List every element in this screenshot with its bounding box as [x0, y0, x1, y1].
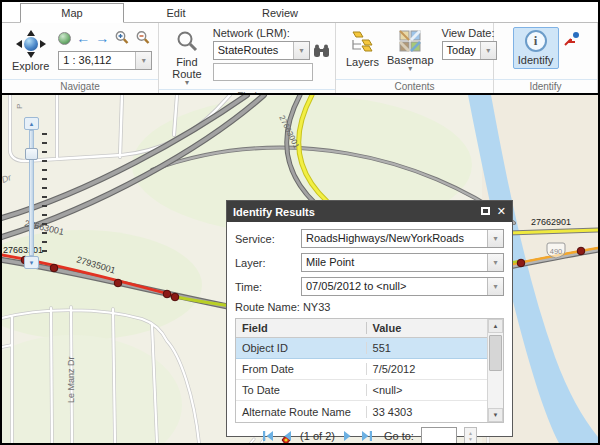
- identify-button[interactable]: i Identify: [513, 27, 559, 69]
- chevron-down-icon[interactable]: ▾: [487, 230, 503, 247]
- next-page-icon[interactable]: [342, 430, 353, 442]
- next-extent-icon[interactable]: →: [95, 31, 109, 45]
- tab-edit[interactable]: Edit: [124, 3, 228, 23]
- cell-value: 7/5/2012: [367, 363, 487, 375]
- layer-value: Mile Point: [302, 254, 487, 271]
- find-route-button[interactable]: Find Route ▾: [165, 27, 209, 89]
- explore-button[interactable]: Explore: [8, 27, 53, 75]
- slider-zoom-out-button[interactable]: ▼: [24, 256, 39, 269]
- chevron-down-icon[interactable]: ▾: [135, 52, 151, 69]
- network-lrm-label: Network (LRM):: [213, 27, 330, 39]
- route-input-field[interactable]: [213, 63, 313, 81]
- cell-field: Alternate Route Name: [236, 406, 367, 418]
- chevron-down-icon: ▾: [408, 66, 412, 72]
- route-name-value: NY33: [303, 301, 331, 313]
- street-label-lemanz: Le Manz Dr: [66, 356, 76, 403]
- table-scrollbar[interactable]: ▲ ▼: [487, 319, 503, 422]
- previous-page-icon[interactable]: [282, 430, 293, 442]
- view-date-value: Today: [443, 42, 480, 59]
- find-route-label: Find Route: [169, 56, 205, 80]
- cell-field: From Date: [236, 363, 367, 375]
- group-identify: i Identify Identify: [494, 23, 598, 93]
- chevron-down-icon[interactable]: ▾: [293, 42, 309, 59]
- table-row[interactable]: From Date 7/5/2012: [236, 359, 487, 380]
- group-label-navigate: Navigate: [2, 79, 158, 93]
- identify-icon: i: [525, 30, 547, 52]
- map-scale-value: 1 : 36,112: [59, 52, 135, 69]
- dialog-title: Identify Results: [233, 206, 474, 218]
- map-viewport[interactable]: 490 27663001 27663101 27935001 27662901 …: [2, 93, 598, 443]
- chevron-down-icon[interactable]: ▾: [487, 254, 503, 271]
- map-zoom-slider[interactable]: ▲ ▼: [24, 117, 39, 269]
- table-header-row: Field Value: [236, 319, 487, 338]
- network-combobox[interactable]: StateRoutes ▾: [213, 41, 310, 60]
- scroll-down-icon[interactable]: ▼: [488, 408, 503, 422]
- scrollbar-thumb[interactable]: [489, 335, 502, 371]
- cell-value: 551: [367, 342, 487, 354]
- goto-label: Go to:: [384, 430, 414, 442]
- shield-number: 490: [550, 247, 563, 256]
- service-combobox[interactable]: RoadsHighways/NewYorkRoads ▾: [301, 229, 504, 248]
- binoculars-icon[interactable]: [313, 44, 330, 58]
- table-row[interactable]: Object ID 551: [236, 338, 487, 359]
- group-find: Find Route ▾ Network (LRM): StateRoutes …: [159, 23, 336, 93]
- identify-results-dialog: Identify Results ✕ Service: RoadsHighway…: [226, 200, 513, 437]
- tab-review[interactable]: Review: [228, 3, 332, 23]
- scroll-up-icon[interactable]: ▲: [488, 319, 503, 333]
- table-row[interactable]: Alternate Route Name 33 4303: [236, 401, 487, 422]
- identify-route-locations-icon[interactable]: [563, 31, 580, 48]
- route-id-label: 27662901: [531, 217, 571, 227]
- close-icon[interactable]: ✕: [497, 206, 506, 217]
- table-row[interactable]: To Date <null>: [236, 380, 487, 401]
- maximize-icon[interactable]: [481, 206, 490, 217]
- app-window: Map Edit Review Explore ← →: [0, 0, 600, 445]
- layers-button[interactable]: Layers: [342, 27, 383, 71]
- goto-page-input[interactable]: [421, 427, 457, 443]
- layer-label: Layer:: [235, 257, 301, 269]
- time-combobox[interactable]: 07/05/2012 to <null> ▾: [301, 277, 504, 296]
- slider-handle[interactable]: [25, 148, 38, 160]
- group-contents: Layers Basemap ▾: [336, 23, 494, 93]
- dialog-titlebar[interactable]: Identify Results ✕: [227, 201, 512, 222]
- slider-zoom-in-button[interactable]: ▲: [24, 117, 39, 130]
- explore-label: Explore: [12, 60, 49, 72]
- column-header-field[interactable]: Field: [236, 322, 367, 334]
- time-value: 07/05/2012 to <null>: [302, 278, 487, 295]
- cell-value: 33 4303: [367, 406, 487, 418]
- route-shield-490: 490: [547, 243, 565, 258]
- route-point-marker[interactable]: [577, 247, 585, 255]
- zoom-out-icon[interactable]: [135, 30, 151, 46]
- layers-label: Layers: [346, 56, 379, 68]
- layer-combobox[interactable]: Mile Point ▾: [301, 253, 504, 272]
- cell-field: To Date: [236, 384, 367, 396]
- route-name-label: Route Name:: [235, 301, 300, 313]
- column-header-value[interactable]: Value: [367, 322, 487, 334]
- full-extent-icon[interactable]: [58, 32, 71, 45]
- cell-field: Object ID: [236, 342, 367, 354]
- ribbon-tab-bar: Map Edit Review: [2, 2, 598, 23]
- goto-spinner[interactable]: ▲▼: [464, 427, 477, 444]
- group-label-contents: Contents: [336, 79, 493, 93]
- basemap-icon: [399, 30, 421, 52]
- tab-map[interactable]: Map: [20, 3, 124, 23]
- zoom-in-icon[interactable]: [114, 30, 130, 46]
- service-label: Service:: [235, 233, 301, 245]
- slider-tick-marks: [42, 133, 47, 255]
- first-page-icon[interactable]: [262, 430, 275, 442]
- chevron-down-icon: ▾: [185, 80, 189, 86]
- layers-icon: [350, 30, 376, 54]
- spinner-down-icon[interactable]: ▼: [468, 436, 473, 442]
- service-value: RoadsHighways/NewYorkRoads: [302, 230, 487, 247]
- group-label-identify: Identify: [494, 79, 597, 93]
- explore-icon: [16, 30, 46, 58]
- ribbon: Explore ← →: [2, 23, 598, 93]
- last-page-icon[interactable]: [360, 430, 373, 442]
- route-point-marker[interactable]: [517, 259, 525, 267]
- view-date-combobox[interactable]: Today ▾: [442, 41, 497, 60]
- basemap-button[interactable]: Basemap ▾: [383, 27, 437, 75]
- chevron-down-icon[interactable]: ▾: [487, 278, 503, 295]
- map-scale-combobox[interactable]: 1 : 36,112 ▾: [58, 51, 152, 70]
- pagination-bar: (1 of 2) Go to: ▲▼: [235, 423, 504, 443]
- cell-value: <null>: [367, 384, 487, 396]
- previous-extent-icon[interactable]: ←: [76, 31, 90, 45]
